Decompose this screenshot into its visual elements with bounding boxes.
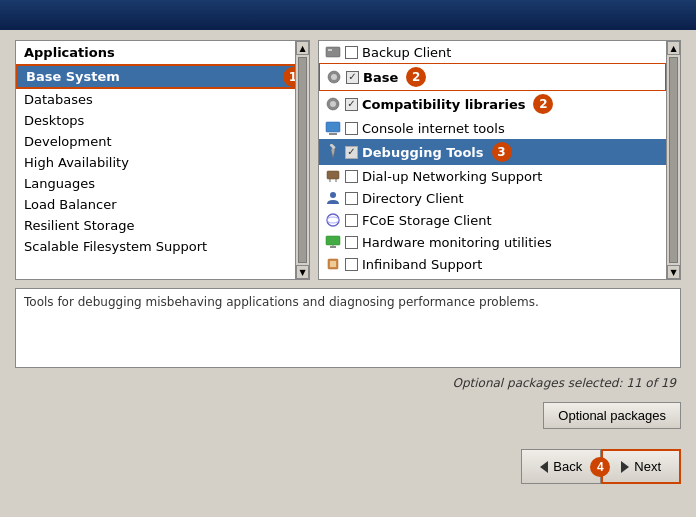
left-scroll-up[interactable]: ▲ bbox=[296, 41, 309, 55]
sidebar-item-databases[interactable]: Databases bbox=[16, 89, 295, 110]
compatibility-label: Compatibility libraries bbox=[362, 97, 525, 112]
sidebar-item-languages[interactable]: Languages bbox=[16, 173, 295, 194]
hardware-monitoring-label: Hardware monitoring utilities bbox=[362, 235, 552, 250]
sidebar-item-applications[interactable]: Applications bbox=[16, 41, 295, 64]
right-item-directory-client[interactable]: Directory Client bbox=[319, 187, 666, 209]
right-panel: Backup Client Base 2 bbox=[318, 40, 681, 280]
backup-client-label: Backup Client bbox=[362, 45, 451, 60]
top-bar bbox=[0, 0, 696, 30]
sidebar-item-scalable-filesystem[interactable]: Scalable Filesystem Support bbox=[16, 236, 295, 257]
dialup-checkbox[interactable] bbox=[345, 170, 358, 183]
infiniband-checkbox[interactable] bbox=[345, 258, 358, 271]
hardware-monitoring-checkbox[interactable] bbox=[345, 236, 358, 249]
next-arrow-icon bbox=[621, 461, 629, 473]
optional-packages-count: Optional packages selected: 11 of 19 bbox=[15, 376, 681, 390]
badge-2a: 2 bbox=[406, 67, 426, 87]
base-checkbox[interactable] bbox=[346, 71, 359, 84]
right-panel-list: Backup Client Base 2 bbox=[319, 41, 666, 279]
right-item-backup-client[interactable]: Backup Client bbox=[319, 41, 666, 63]
console-internet-icon bbox=[325, 120, 341, 136]
right-item-dialup[interactable]: Dial-up Networking Support bbox=[319, 165, 666, 187]
left-panel-list: Applications Base System 1 Databases Des… bbox=[16, 41, 295, 279]
next-button[interactable]: Next bbox=[601, 449, 681, 484]
right-item-fcoe[interactable]: FCoE Storage Client bbox=[319, 209, 666, 231]
console-internet-checkbox[interactable] bbox=[345, 122, 358, 135]
fcoe-icon bbox=[325, 212, 341, 228]
optional-packages-button[interactable]: Optional packages bbox=[543, 402, 681, 429]
svg-rect-0 bbox=[326, 47, 340, 57]
sidebar-item-load-balancer[interactable]: Load Balancer bbox=[16, 194, 295, 215]
optional-packages-row: Optional packages bbox=[15, 402, 681, 429]
description-box: Tools for debugging misbehaving applicat… bbox=[15, 288, 681, 368]
nav-row: Back 4 Next bbox=[0, 439, 696, 489]
badge-2b: 2 bbox=[533, 94, 553, 114]
hardware-monitoring-icon bbox=[325, 234, 341, 250]
badge-3: 3 bbox=[492, 142, 512, 162]
svg-point-10 bbox=[330, 192, 336, 198]
right-item-debugging[interactable]: Debugging Tools 3 bbox=[319, 139, 666, 165]
sidebar-item-high-availability[interactable]: High Availability bbox=[16, 152, 295, 173]
infiniband-label: Infiniband Support bbox=[362, 257, 482, 272]
back-arrow-icon bbox=[540, 461, 548, 473]
svg-point-5 bbox=[330, 101, 336, 107]
left-scroll-down[interactable]: ▼ bbox=[296, 265, 309, 279]
fcoe-checkbox[interactable] bbox=[345, 214, 358, 227]
right-item-infiniband[interactable]: Infiniband Support bbox=[319, 253, 666, 275]
svg-point-12 bbox=[327, 217, 339, 223]
svg-rect-13 bbox=[326, 236, 340, 245]
right-item-hardware-monitoring[interactable]: Hardware monitoring utilities bbox=[319, 231, 666, 253]
left-scroll-thumb[interactable] bbox=[298, 57, 307, 263]
description-text: Tools for debugging misbehaving applicat… bbox=[24, 295, 539, 309]
directory-client-label: Directory Client bbox=[362, 191, 464, 206]
compatibility-checkbox[interactable] bbox=[345, 98, 358, 111]
right-item-console-internet[interactable]: Console internet tools bbox=[319, 117, 666, 139]
sidebar-item-base-system[interactable]: Base System 1 bbox=[16, 64, 295, 89]
svg-point-3 bbox=[331, 74, 337, 80]
infiniband-icon bbox=[325, 256, 341, 272]
left-panel: Applications Base System 1 Databases Des… bbox=[15, 40, 310, 280]
base-icon bbox=[326, 69, 342, 85]
fcoe-label: FCoE Storage Client bbox=[362, 213, 492, 228]
main-content: Applications Base System 1 Databases Des… bbox=[0, 30, 696, 439]
sidebar-item-desktops[interactable]: Desktops bbox=[16, 110, 295, 131]
right-item-base[interactable]: Base 2 bbox=[319, 63, 666, 91]
svg-rect-6 bbox=[326, 122, 340, 132]
debugging-icon bbox=[325, 144, 341, 160]
backup-client-icon bbox=[325, 44, 341, 60]
back-button[interactable]: Back 4 bbox=[521, 449, 601, 484]
debugging-label: Debugging Tools bbox=[362, 145, 484, 160]
backup-client-checkbox[interactable] bbox=[345, 46, 358, 59]
debugging-checkbox[interactable] bbox=[345, 146, 358, 159]
dialup-label: Dial-up Networking Support bbox=[362, 169, 542, 184]
svg-rect-17 bbox=[330, 261, 336, 267]
right-scroll-down[interactable]: ▼ bbox=[667, 265, 680, 279]
right-scroll-up[interactable]: ▲ bbox=[667, 41, 680, 55]
directory-client-icon bbox=[325, 190, 341, 206]
svg-rect-7 bbox=[329, 133, 337, 135]
sidebar-item-resilient-storage[interactable]: Resilient Storage bbox=[16, 215, 295, 236]
svg-rect-9 bbox=[327, 171, 339, 179]
right-item-compatibility[interactable]: Compatibility libraries 2 bbox=[319, 91, 666, 117]
directory-client-checkbox[interactable] bbox=[345, 192, 358, 205]
svg-rect-14 bbox=[330, 246, 336, 248]
svg-rect-1 bbox=[328, 49, 332, 51]
base-label: Base bbox=[363, 70, 398, 85]
right-scroll-thumb[interactable] bbox=[669, 57, 678, 263]
compatibility-icon bbox=[325, 96, 341, 112]
badge-4: 4 bbox=[590, 457, 610, 477]
dialup-icon bbox=[325, 168, 341, 184]
svg-point-11 bbox=[327, 214, 339, 226]
panels-row: Applications Base System 1 Databases Des… bbox=[15, 40, 681, 280]
left-scrollbar[interactable]: ▲ ▼ bbox=[295, 41, 309, 279]
right-scrollbar[interactable]: ▲ ▼ bbox=[666, 41, 680, 279]
badge-1: 1 bbox=[283, 67, 295, 87]
console-internet-label: Console internet tools bbox=[362, 121, 505, 136]
sidebar-item-development[interactable]: Development bbox=[16, 131, 295, 152]
